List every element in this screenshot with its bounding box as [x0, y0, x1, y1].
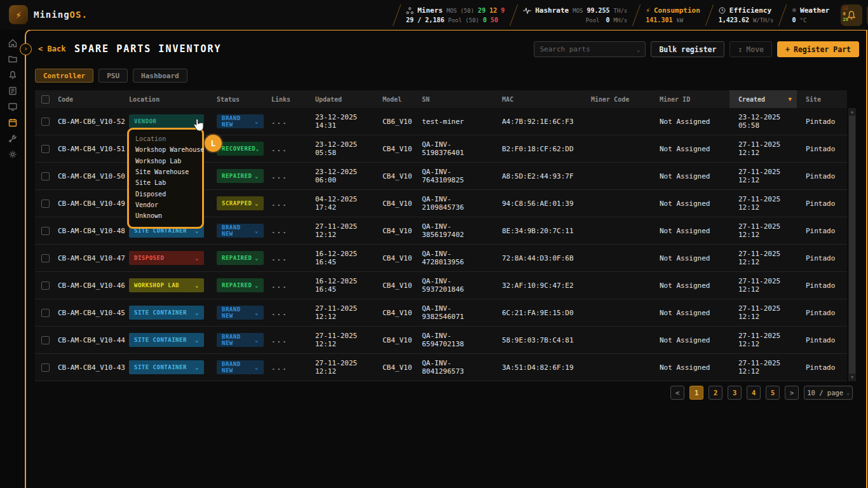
cell-links-menu[interactable]: ... [271, 281, 306, 290]
status-select[interactable]: RECOVERED⌄ [217, 142, 264, 156]
col-header-site[interactable]: Site [797, 90, 838, 108]
col-header-miner-id[interactable]: Miner ID [651, 90, 729, 108]
tools-icon[interactable] [8, 133, 18, 144]
col-header-updated[interactable]: Updated [306, 90, 374, 108]
status-select[interactable]: REPAIRED⌄ [217, 278, 264, 292]
row-checkbox[interactable] [41, 172, 50, 180]
consumption-panel[interactable]: ⚡ Consumption 141.301 kW [641, 4, 705, 26]
cell-links-menu[interactable]: ... [271, 227, 306, 235]
dropdown-option-workshop-lab[interactable]: Workshop Lab [129, 155, 202, 166]
status-select[interactable]: BRAND NEW⌄ [217, 114, 264, 128]
col-header-code[interactable]: Code [58, 90, 129, 108]
col-header-links[interactable]: Links [271, 90, 306, 108]
weather-panel[interactable]: ☼ Weather 0 °C [787, 4, 834, 26]
col-header-model[interactable]: Model [374, 90, 413, 108]
tab-controller[interactable]: Controller [35, 69, 93, 83]
dropdown-option-site-lab[interactable]: Site Lab [129, 177, 202, 188]
monitor-icon[interactable] [8, 102, 18, 112]
scroll-down-icon[interactable]: ▼ [848, 374, 856, 381]
hashrate-panel[interactable]: Hashrate MOS 99.255 TH/s Pool 0 MH/s [518, 4, 632, 26]
col-header-location[interactable]: Location [129, 90, 217, 108]
col-header-mac[interactable]: MAC [493, 90, 582, 108]
register-part-button[interactable]: +Register Part [777, 41, 859, 57]
row-checkbox[interactable] [41, 200, 50, 208]
back-button[interactable]: < Back [38, 44, 65, 53]
dropdown-option-disposed[interactable]: Disposed [129, 189, 202, 200]
location-select[interactable]: VENDOR⌄ [129, 114, 204, 128]
page-title: SPARE PARTS INVENTORY [74, 43, 222, 55]
miners-panel[interactable]: Miners MOS (50) 29 12 9 29 / 2,186 Pool … [401, 4, 510, 26]
page-button-1[interactable]: 1 [689, 386, 703, 400]
tab-psu[interactable]: PSU [98, 69, 128, 83]
notifications-button[interactable]: 12 0 29 [841, 4, 862, 26]
home-icon[interactable] [8, 38, 18, 48]
location-select[interactable]: WORKSHOP LAB⌄ [129, 278, 204, 292]
cell-links-menu[interactable]: ... [271, 336, 306, 344]
cell-site: Pintado [797, 363, 838, 372]
location-select[interactable]: SITE CONTAINER⌄ [129, 360, 204, 374]
status-select[interactable]: BRAND NEW⌄ [217, 224, 264, 238]
dropdown-option-unknown[interactable]: Unknown [129, 210, 202, 221]
col-header-sn[interactable]: SN [413, 90, 493, 108]
cell-links-menu[interactable]: ... [271, 118, 306, 126]
select-all-checkbox[interactable] [41, 95, 50, 104]
status-select[interactable]: BRAND NEW⌄ [217, 333, 264, 347]
row-checkbox[interactable] [41, 309, 50, 317]
page-button-5[interactable]: 5 [766, 386, 780, 400]
status-select[interactable]: BRAND NEW⌄ [217, 360, 264, 374]
folder-icon[interactable] [8, 54, 18, 64]
scrollbar-thumb[interactable] [849, 116, 855, 374]
sidebar-expand-button[interactable]: › [20, 43, 32, 55]
bell-icon[interactable] [8, 70, 18, 80]
cell-miner-id: Not Assigned [651, 118, 729, 126]
table-scrollbar[interactable]: ▲ ▼ [848, 108, 856, 381]
calendar-icon[interactable] [8, 118, 18, 128]
status-select[interactable]: REPAIRED⌄ [217, 169, 264, 183]
tab-hashboard[interactable]: Hashboard [133, 69, 187, 83]
chevron-down-icon: ⌄ [255, 227, 259, 234]
row-checkbox[interactable] [41, 118, 50, 126]
row-checkbox[interactable] [41, 281, 50, 290]
col-header-miner-code[interactable]: Miner Code [582, 90, 651, 108]
move-button[interactable]: ↧Move [729, 41, 772, 57]
cell-links-menu[interactable]: ... [271, 254, 306, 262]
search-input[interactable]: Search parts ⌄ [534, 41, 646, 57]
cell-links-menu[interactable]: ... [271, 172, 306, 180]
page-button-3[interactable]: 3 [728, 386, 742, 400]
location-select[interactable]: SITE CONTAINER⌄ [129, 306, 204, 320]
location-select[interactable]: SITE CONTAINER⌄ [129, 333, 204, 347]
page-button-4[interactable]: 4 [747, 386, 761, 400]
col-header-status[interactable]: Status [217, 90, 271, 108]
cell-select [35, 200, 58, 208]
dropdown-option-vendor[interactable]: Vendor [129, 200, 202, 210]
page-button-2[interactable]: 2 [709, 386, 722, 400]
row-checkbox[interactable] [41, 227, 50, 235]
row-checkbox[interactable] [41, 145, 50, 153]
status-select[interactable]: BRAND NEW⌄ [217, 306, 264, 320]
cell-links-menu[interactable]: ... [271, 363, 306, 372]
next-page-button[interactable]: > [785, 386, 799, 400]
app-logo[interactable]: ⚡ MiningOS. [9, 5, 88, 24]
cell-links-menu[interactable]: ... [271, 309, 306, 317]
dropdown-option-workshop-warehouse[interactable]: Workshop Warehouse [129, 144, 202, 155]
dropdown-option-site-warehouse[interactable]: Site Warehouse [129, 166, 202, 177]
row-checkbox[interactable] [41, 363, 50, 372]
row-checkbox[interactable] [41, 254, 50, 262]
sidebar-nav [0, 30, 25, 488]
row-checkbox[interactable] [41, 336, 50, 344]
bulk-register-button[interactable]: Bulk register [651, 41, 724, 57]
location-select[interactable]: DISPOSED⌄ [129, 251, 204, 265]
page-size-select[interactable]: 10 / page⌄ [804, 386, 853, 400]
efficiency-panel[interactable]: Efficiency 1,423.62 W/TH/s [714, 4, 779, 26]
status-select[interactable]: SCRAPPED⌄ [217, 196, 264, 210]
cell-links-menu[interactable]: ... [271, 145, 306, 153]
col-header-created[interactable]: Created▼ [729, 90, 797, 108]
settings-icon[interactable] [8, 149, 18, 159]
cell-links-menu[interactable]: ... [271, 200, 306, 208]
scroll-up-icon[interactable]: ▲ [848, 108, 856, 116]
status-select[interactable]: REPAIRED⌄ [217, 251, 264, 265]
document-icon[interactable] [8, 86, 18, 96]
table-row: CB-AM-CB4_V10-43SITE CONTAINER⌄BRAND NEW… [35, 354, 847, 381]
prev-page-button[interactable]: < [670, 386, 684, 400]
pagination: < 12345 > 10 / page⌄ [670, 386, 853, 400]
